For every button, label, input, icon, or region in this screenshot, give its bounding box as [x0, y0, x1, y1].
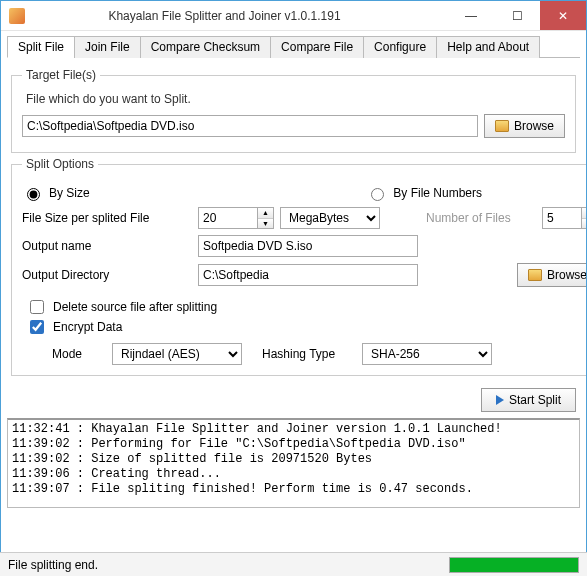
file-size-label: File Size per splited File [22, 211, 192, 225]
window-title: Khayalan File Splitter and Joiner v1.0.1… [1, 9, 448, 23]
delete-source-checkbox[interactable] [30, 300, 44, 314]
tab-compare-file[interactable]: Compare File [270, 36, 364, 58]
tab-configure[interactable]: Configure [363, 36, 437, 58]
by-file-numbers-label: By File Numbers [393, 186, 482, 200]
status-text: File splitting end. [8, 558, 449, 572]
tab-compare-checksum[interactable]: Compare Checksum [140, 36, 271, 58]
tabstrip: Split File Join File Compare Checksum Co… [7, 35, 580, 58]
target-browse-button[interactable]: Browse [484, 114, 565, 138]
target-path-input[interactable] [22, 115, 478, 137]
by-size-radio[interactable] [27, 188, 40, 201]
target-hint: File which do you want to Split. [26, 92, 565, 106]
hash-select[interactable]: SHA-256 [362, 343, 492, 365]
browse-label: Browse [514, 119, 554, 133]
unit-select[interactable]: MegaBytes [280, 207, 380, 229]
output-dir-label: Output Directory [22, 268, 192, 282]
tab-help-about[interactable]: Help and About [436, 36, 540, 58]
options-legend: Split Options [22, 157, 98, 171]
page-split-file: Target File(s) File which do you want to… [1, 58, 586, 384]
encrypt-checkbox[interactable] [30, 320, 44, 334]
target-group: Target File(s) File which do you want to… [11, 68, 576, 153]
mode-label: Mode [52, 347, 102, 361]
by-size-label: By Size [49, 186, 90, 200]
output-name-label: Output name [22, 239, 192, 253]
log-output[interactable]: 11:32:41 : Khayalan File Splitter and Jo… [7, 418, 580, 508]
delete-source-label: Delete source file after splitting [53, 300, 217, 314]
folder-icon [495, 120, 509, 132]
statusbar: File splitting end. [0, 552, 587, 576]
file-size-spinner[interactable]: ▲▼ [258, 207, 274, 229]
by-file-numbers-radio[interactable] [371, 188, 384, 201]
number-of-files-label: Number of Files [426, 211, 536, 225]
play-icon [496, 395, 504, 405]
output-dir-browse-button[interactable]: Browse [517, 263, 587, 287]
window-controls: — ☐ ✕ [448, 1, 586, 30]
encrypt-label: Encrypt Data [53, 320, 122, 334]
folder-icon [528, 269, 542, 281]
tab-join-file[interactable]: Join File [74, 36, 141, 58]
number-of-files-input[interactable] [542, 207, 582, 229]
progress-bar [449, 557, 579, 573]
hash-label: Hashing Type [262, 347, 352, 361]
options-group: Split Options By Size By File Numbers Fi… [11, 157, 587, 376]
minimize-button[interactable]: — [448, 1, 494, 30]
output-name-input[interactable] [198, 235, 418, 257]
start-split-button[interactable]: Start Split [481, 388, 576, 412]
maximize-button[interactable]: ☐ [494, 1, 540, 30]
start-label: Start Split [509, 393, 561, 407]
number-of-files-spinner[interactable]: ▲▼ [582, 207, 587, 229]
mode-select[interactable]: Rijndael (AES) [112, 343, 242, 365]
close-button[interactable]: ✕ [540, 1, 586, 30]
output-dir-input[interactable] [198, 264, 418, 286]
browse-label: Browse [547, 268, 587, 282]
titlebar: Khayalan File Splitter and Joiner v1.0.1… [1, 1, 586, 31]
tab-split-file[interactable]: Split File [7, 36, 75, 58]
file-size-input[interactable] [198, 207, 258, 229]
target-legend: Target File(s) [22, 68, 100, 82]
